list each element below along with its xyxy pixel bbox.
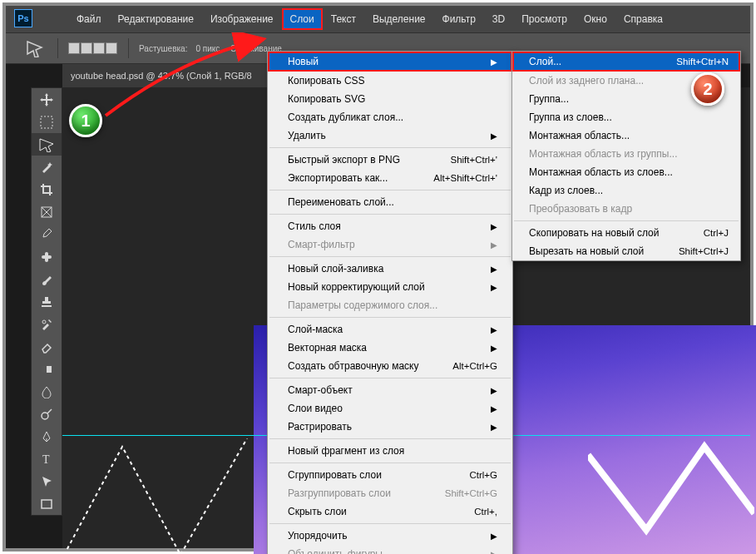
menu-item[interactable]: Экспортировать как...Alt+Shift+Ctrl+' [268, 169, 512, 187]
menu-item[interactable]: Копировать SVG [268, 90, 512, 108]
tool-lasso[interactable] [32, 133, 62, 156]
menu-item[interactable]: Быстрый экспорт в PNGShift+Ctrl+' [268, 151, 512, 169]
svg-line-12 [47, 409, 52, 413]
tool-frame[interactable] [32, 200, 62, 223]
svg-point-8 [42, 320, 46, 324]
menu-item[interactable]: Создать дубликат слоя... [268, 108, 512, 126]
document-tab[interactable]: youtube head.psd @ 43.7% (Слой 1, RGB/8 [62, 64, 279, 87]
tool-pen[interactable] [32, 425, 62, 448]
mode-sub-icon[interactable] [93, 42, 105, 54]
menu-item-label: Новый фрагмент из слоя [288, 445, 497, 457]
menu-text[interactable]: Текст [323, 8, 364, 30]
menu-filter[interactable]: Фильтр [434, 8, 484, 30]
submenu-arrow-icon: ▶ [489, 404, 497, 413]
submenu-item[interactable]: Кадр из слоев... [512, 181, 740, 200]
tool-shape[interactable] [32, 492, 62, 515]
submenu-item-label: Монтажная область из слоев... [529, 166, 729, 178]
mode-intersect-icon[interactable] [106, 42, 117, 54]
menu-item[interactable]: Стиль слоя▶ [268, 217, 512, 235]
menu-item[interactable]: Создать обтравочную маскуAlt+Ctrl+G [268, 357, 512, 375]
feather-label: Растушевка: [139, 44, 187, 53]
menu-help[interactable]: Справка [615, 8, 671, 30]
submenu-arrow-icon: ▶ [489, 57, 497, 67]
menu-separator [269, 523, 511, 524]
menu-3d[interactable]: 3D [484, 8, 513, 30]
tool-heal[interactable] [32, 245, 62, 268]
menu-edit[interactable]: Редактирование [110, 8, 202, 30]
menu-item-label: Переименовать слой... [288, 196, 497, 208]
submenu-item-label: Слой... [529, 56, 676, 67]
menu-item[interactable]: Упорядочить▶ [268, 527, 512, 545]
tool-type[interactable]: T [32, 448, 62, 470]
submenu-item-label: Монтажная область из группы... [529, 148, 729, 160]
svg-rect-1 [41, 116, 52, 128]
menu-image[interactable]: Изображение [202, 8, 282, 30]
layers-dropdown: Новый▶Копировать CSSКопировать SVGСоздат… [267, 51, 513, 554]
marker-1: 1 [69, 104, 102, 137]
submenu-item[interactable]: Слой...Shift+Ctrl+N [512, 52, 740, 72]
tool-crop[interactable] [32, 178, 62, 200]
menu-item[interactable]: Слой-маска▶ [268, 320, 512, 339]
tool-wand[interactable] [32, 156, 62, 178]
submenu-arrow-icon: ▶ [489, 240, 497, 250]
mode-new-icon[interactable] [68, 42, 80, 54]
menu-separator [269, 378, 511, 378]
submenu-arrow-icon: ▶ [489, 386, 497, 395]
menu-item[interactable]: Удалить▶ [268, 126, 512, 145]
menu-item[interactable]: Переименовать слой... [268, 193, 512, 211]
mode-add-icon[interactable] [81, 42, 92, 54]
tool-stamp[interactable] [32, 290, 62, 313]
menu-item-label: Слои видео [288, 403, 489, 414]
app-logo: Ps [14, 9, 32, 27]
menu-item-label: Новый корректирующий слой [288, 281, 489, 293]
submenu-item: Преобразовать в кадр [512, 200, 740, 218]
tool-gradient[interactable] [32, 358, 62, 380]
tool-eraser[interactable] [32, 335, 62, 358]
tool-history-brush[interactable] [32, 313, 62, 335]
menu-item[interactable]: Новый корректирующий слой▶ [268, 278, 512, 296]
submenu-arrow-icon: ▶ [489, 131, 497, 141]
menu-item[interactable]: Сгруппировать слоиCtrl+G [268, 466, 512, 484]
marker-2: 2 [691, 72, 724, 106]
tool-move[interactable] [32, 88, 62, 111]
tool-dodge[interactable] [32, 403, 62, 425]
submenu-item[interactable]: Группа из слоев... [512, 108, 740, 126]
menu-item-shortcut: Alt+Shift+Ctrl+' [433, 173, 497, 183]
feather-value[interactable]: 0 пикс. [195, 44, 222, 53]
menu-item-label: Создать дубликат слоя... [288, 111, 497, 123]
submenu-item[interactable]: Вырезать на новый слойShift+Ctrl+J [512, 242, 740, 260]
menu-window[interactable]: Окно [576, 8, 615, 30]
menu-separator [269, 147, 511, 148]
menu-item[interactable]: Слои видео▶ [268, 399, 512, 418]
menu-item[interactable]: Векторная маска▶ [268, 339, 512, 357]
menu-item[interactable]: Копировать CSS [268, 72, 512, 90]
svg-text:T: T [42, 453, 50, 466]
tool-preset-icon[interactable] [21, 37, 47, 60]
selection-marquee [64, 438, 255, 554]
tool-brush[interactable] [32, 268, 62, 290]
menu-item-label: Стиль слоя [288, 220, 489, 232]
submenu-item-shortcut: Ctrl+J [704, 228, 729, 238]
menu-item-label: Объединить фигуры [288, 548, 489, 554]
menu-view[interactable]: Просмотр [513, 8, 576, 30]
menu-item-shortcut: Ctrl+, [474, 507, 497, 517]
tool-marquee[interactable] [32, 111, 62, 133]
menu-item[interactable]: Новый▶ [268, 52, 512, 72]
menu-item-label: Растрировать [288, 421, 489, 433]
menu-item[interactable]: Скрыть слоиCtrl+, [268, 502, 512, 521]
submenu-item[interactable]: Скопировать на новый слойCtrl+J [512, 224, 740, 242]
menu-item[interactable]: Смарт-объект▶ [268, 381, 512, 399]
menu-layers[interactable]: Слои [282, 8, 323, 30]
submenu-item[interactable]: Монтажная область... [512, 126, 740, 145]
menu-file[interactable]: Файл [68, 8, 110, 30]
tool-path-select[interactable] [32, 470, 62, 492]
menu-select[interactable]: Выделение [364, 8, 434, 30]
menu-item[interactable]: Растрировать▶ [268, 418, 512, 436]
tool-blur[interactable] [32, 380, 62, 403]
tool-eyedropper[interactable] [32, 223, 62, 245]
menu-item-label: Удалить [288, 130, 489, 141]
menu-item-label: Новый слой-заливка [288, 263, 489, 275]
menu-item[interactable]: Новый слой-заливка▶ [268, 260, 512, 278]
submenu-item[interactable]: Монтажная область из слоев... [512, 163, 740, 181]
menu-item[interactable]: Новый фрагмент из слоя [268, 442, 512, 460]
